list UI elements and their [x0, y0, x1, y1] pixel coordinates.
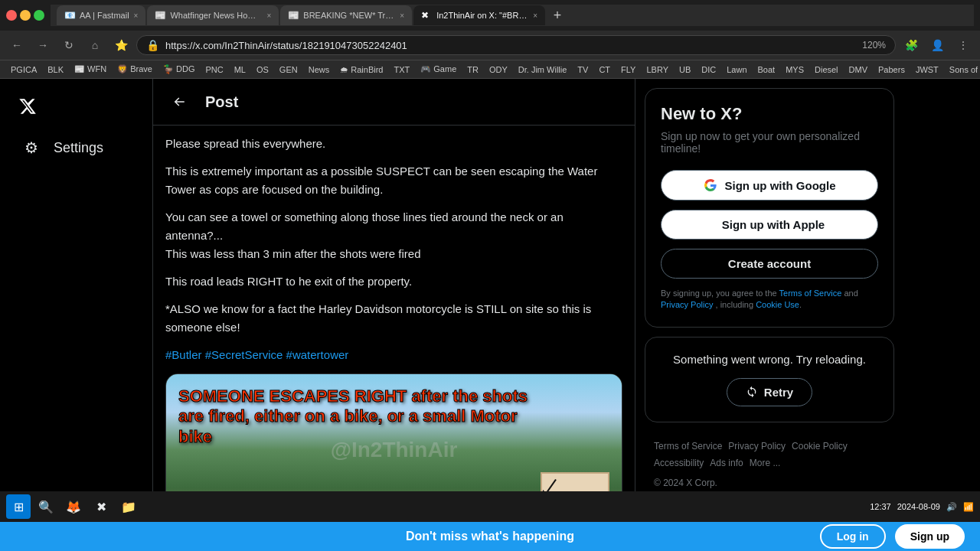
bookmark-ody[interactable]: ODY	[485, 64, 512, 76]
bookmark-pabers[interactable]: Pabers	[874, 64, 910, 76]
google-icon	[704, 178, 717, 192]
bookmark-game[interactable]: 🎮 Game	[416, 63, 461, 76]
menu-button[interactable]: ⋮	[952, 34, 974, 56]
sidebar-item-settings[interactable]: ⚙ Settings	[12, 131, 140, 165]
zoom-level: 120%	[862, 40, 886, 51]
bookmark-lbry[interactable]: LBRY	[642, 64, 673, 76]
log-in-button[interactable]: Log in	[820, 524, 886, 549]
tab-favicon-x: ✖	[421, 10, 432, 21]
retry-icon	[746, 386, 758, 398]
bookmark-ml[interactable]: ML	[230, 64, 250, 76]
bookmark-tv[interactable]: TV	[573, 64, 593, 76]
footer-accessibility[interactable]: Accessibility	[654, 458, 704, 468]
bookmark-blk[interactable]: BLK	[43, 64, 68, 76]
tab-favicon-whatfinger: 📰	[155, 10, 165, 21]
post-hashtags[interactable]: #Butler #SecretService #watertower	[165, 346, 622, 364]
bookmark-mys[interactable]: MYS	[781, 64, 808, 76]
tab-close-whatfinger[interactable]: ×	[266, 11, 271, 20]
back-button[interactable]	[165, 88, 193, 116]
tab-whatfinger[interactable]: 📰 Whatfinger News Home 2 - W... ×	[147, 5, 279, 25]
footer-privacy[interactable]: Privacy Policy	[728, 441, 786, 452]
apple-signup-button[interactable]: Sign up with Apple	[661, 210, 878, 240]
app-container: ⚙ Settings Post Please spread this every…	[0, 79, 980, 540]
gear-icon: ⚙	[21, 139, 41, 157]
bookmark-sons[interactable]: Sons of Liberty	[945, 64, 980, 76]
terms-of-service-link[interactable]: Terms of Service	[779, 289, 842, 298]
footer-ads[interactable]: Ads info	[710, 458, 743, 468]
taskbar-files[interactable]: 📁	[116, 494, 141, 519]
title-bar: 📧 AA | Fastmail × 📰 Whatfinger News Home…	[0, 0, 980, 31]
forward-nav-button[interactable]: →	[32, 34, 54, 56]
bookmark-pgica[interactable]: PGICA	[6, 64, 41, 76]
bookmark-dic[interactable]: DIC	[697, 64, 720, 76]
hashtag-watertower[interactable]: #watertower	[286, 348, 349, 361]
cookie-use-link[interactable]: Cookie Use	[756, 300, 799, 309]
sidebar: ⚙ Settings	[0, 79, 153, 540]
bookmark-brave[interactable]: 🦁 Brave	[113, 63, 157, 76]
footer-more[interactable]: More ...	[750, 458, 781, 468]
bookmark-ub[interactable]: UB	[675, 64, 695, 76]
apple-signup-label: Sign up with Apple	[722, 218, 825, 231]
bookmark-txt[interactable]: TXT	[389, 64, 414, 76]
bookmark-jwst[interactable]: JWST	[911, 64, 943, 76]
taskbar-search[interactable]: 🔍	[34, 494, 58, 519]
taskbar-firefox[interactable]: 🦊	[61, 494, 86, 519]
back-nav-button[interactable]: ←	[6, 34, 28, 56]
privacy-policy-link[interactable]: Privacy Policy	[661, 300, 713, 309]
google-signup-button[interactable]: Sign up with Google	[661, 170, 878, 201]
footer-terms[interactable]: Terms of Service	[654, 441, 722, 452]
bookmark-pnc[interactable]: PNC	[201, 64, 227, 76]
bookmark-wfn[interactable]: 📰 WFN	[70, 63, 111, 76]
taskbar-volume-icon[interactable]: 🔊	[946, 502, 957, 512]
footer-cookie[interactable]: Cookie Policy	[792, 441, 848, 452]
post-text-para4: *ALSO we know for a fact the Harley Davi…	[165, 300, 622, 337]
bookmark-fly[interactable]: FLY	[616, 64, 640, 76]
create-account-label: Create account	[728, 257, 811, 270]
tab-close-trump[interactable]: ×	[400, 11, 404, 20]
tab-fastmail[interactable]: 📧 AA | Fastmail ×	[57, 5, 145, 25]
start-button[interactable]: ⊞	[6, 494, 31, 519]
bookmark-dms[interactable]: DMV	[844, 64, 872, 76]
post-header: Post	[153, 79, 635, 126]
bookmark-os[interactable]: OS	[252, 64, 273, 76]
hashtag-butler[interactable]: #Butler	[165, 348, 202, 361]
x-logo[interactable]	[12, 91, 43, 122]
bookmark-diesel[interactable]: Diesel	[810, 64, 843, 76]
tab-trump[interactable]: 📰 BREAKING *NEW* Trump Sh... ×	[280, 5, 412, 25]
browser-chrome: 📧 AA | Fastmail × 📰 Whatfinger News Home…	[0, 0, 980, 79]
extensions-button[interactable]: 🧩	[900, 34, 922, 56]
tab-label-fastmail: AA | Fastmail	[80, 11, 129, 20]
footer-copyright: © 2024 X Corp.	[645, 478, 894, 488]
tab-x-active[interactable]: ✖ In2ThinAir on X: "#BREAK... ×	[413, 5, 545, 25]
taskbar-x-app[interactable]: ✖	[89, 494, 113, 519]
bookmark-boat[interactable]: Boat	[753, 64, 780, 76]
retry-button[interactable]: Retry	[727, 378, 812, 406]
bookmark-ddg[interactable]: 🦆 DDG	[158, 63, 200, 76]
bookmark-tr[interactable]: TR	[462, 64, 483, 76]
bookmark-drjimwillie[interactable]: Dr. Jim Willie	[514, 64, 572, 76]
video-text-overlay: SOMEONE ESCAPES RIGHT after the shots ar…	[178, 386, 545, 447]
close-button[interactable]	[6, 10, 17, 21]
bookmark-gen[interactable]: GEN	[275, 64, 302, 76]
home-button[interactable]: ⌂	[84, 34, 106, 56]
tab-bar: 📧 AA | Fastmail × 📰 Whatfinger News Home…	[51, 5, 974, 26]
create-account-button[interactable]: Create account	[661, 249, 878, 279]
bookmark-news[interactable]: News	[304, 64, 335, 76]
profile-button[interactable]: 👤	[926, 34, 948, 56]
tab-close-x[interactable]: ×	[533, 11, 537, 20]
new-tab-button[interactable]: +	[547, 5, 568, 26]
window-controls	[6, 10, 44, 21]
bookmark-lawn[interactable]: Lawn	[722, 64, 751, 76]
reload-button[interactable]: ↻	[58, 34, 80, 56]
minimize-button[interactable]	[20, 10, 31, 21]
tab-close-fastmail[interactable]: ×	[134, 11, 139, 20]
bookmark-ct[interactable]: CT	[594, 64, 615, 76]
sign-up-button[interactable]: Sign up	[895, 524, 965, 549]
footer-links: Terms of Service Privacy Policy Cookie P…	[645, 432, 894, 478]
hashtag-secretservice[interactable]: #SecretService	[205, 348, 283, 361]
bookmark-this-button[interactable]: ⭐	[110, 34, 132, 56]
maximize-button[interactable]	[34, 10, 44, 21]
bookmark-rainbird[interactable]: 🌧 RainBird	[335, 64, 387, 76]
address-bar[interactable]: 🔒 https://x.com/In2ThinAir/status/182191…	[136, 35, 896, 55]
post-text-para2: You can see a towel or something along t…	[165, 208, 622, 263]
